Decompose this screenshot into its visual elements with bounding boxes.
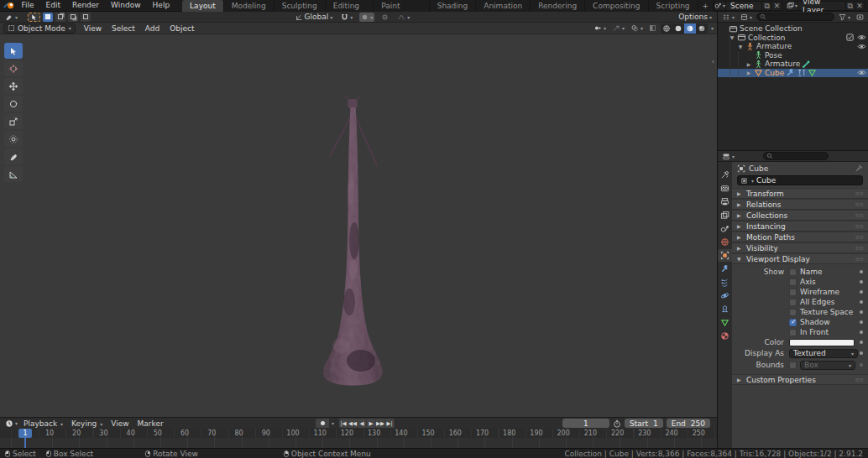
animate-dot[interactable]: [860, 310, 863, 314]
start-frame-field[interactable]: Start1: [625, 419, 663, 428]
scene-name[interactable]: Scene: [726, 2, 761, 10]
active-tool-select-box[interactable]: [28, 13, 40, 22]
animate-dot[interactable]: [860, 300, 863, 304]
auto-keying-button[interactable]: [316, 419, 329, 428]
animate-dot[interactable]: [860, 330, 863, 334]
current-frame-field[interactable]: 1: [562, 419, 609, 428]
outliner-row-scene-collection[interactable]: Scene Collection: [718, 24, 868, 34]
panel-motion-paths[interactable]: ▶Motion Paths≡≡: [732, 232, 868, 242]
shading-solid-button[interactable]: [672, 23, 684, 34]
display-as-dropdown[interactable]: Textured▾: [789, 349, 858, 358]
auto-keying-dropdown[interactable]: ▾: [332, 420, 334, 426]
timeline-tracks[interactable]: [0, 438, 717, 448]
jump-to-end-button[interactable]: ▶|: [385, 419, 395, 428]
marker-menu[interactable]: Marker: [133, 419, 168, 428]
properties-tab-physics[interactable]: [718, 289, 732, 302]
outliner-search-input[interactable]: [756, 13, 834, 21]
all-edges-checkbox[interactable]: [789, 299, 797, 306]
playhead[interactable]: 1: [18, 429, 32, 438]
viewport-menu-select[interactable]: Select: [107, 24, 140, 33]
properties-tab-render[interactable]: [718, 182, 732, 195]
viewport-menu-add[interactable]: Add: [140, 24, 165, 33]
next-keyframe-button[interactable]: ▶▶: [376, 419, 385, 428]
tab-modeling[interactable]: Modeling: [224, 0, 275, 12]
animate-dot[interactable]: [860, 290, 863, 294]
proportional-editing-button[interactable]: [379, 13, 390, 22]
menu-file[interactable]: File: [16, 0, 40, 11]
panel-visibility[interactable]: ▶Visibility≡≡: [732, 242, 868, 253]
show-object-types-dropdown[interactable]: ▾: [592, 23, 608, 33]
properties-search-input[interactable]: [763, 152, 829, 160]
animate-dot[interactable]: [860, 320, 863, 324]
viewport-3d[interactable]: ‹: [0, 34, 717, 417]
shading-dropdown[interactable]: ▾: [711, 25, 714, 31]
view-menu-timeline[interactable]: View: [107, 419, 133, 428]
panel-collections[interactable]: ▶Collections≡≡: [732, 210, 868, 221]
properties-tab-data[interactable]: [718, 316, 732, 329]
timeline-ruler[interactable]: 1 10203040506070809010011012013014015016…: [0, 429, 717, 438]
view-layer-copy-button[interactable]: ⧉: [845, 2, 855, 10]
stopwatch-icon[interactable]: [613, 419, 621, 428]
properties-tab-modifiers[interactable]: [718, 263, 732, 275]
viewport-menu-object[interactable]: Object: [165, 24, 199, 33]
outliner-editor-icon[interactable]: ▾: [720, 13, 736, 22]
tool-select-box-button[interactable]: [4, 43, 23, 59]
tool-move-button[interactable]: [4, 78, 23, 94]
menu-render[interactable]: Render: [66, 0, 105, 11]
tool-scale-button[interactable]: [4, 113, 23, 129]
select-mode-invert-button[interactable]: [81, 13, 91, 22]
bounds-dropdown[interactable]: Box▾: [800, 361, 855, 370]
timeline-editor-icon[interactable]: ▾: [3, 419, 19, 428]
drag-grip-icon[interactable]: ≡≡: [855, 190, 863, 197]
active-tool-icon[interactable]: ▾: [3, 13, 19, 22]
eye-icon[interactable]: [857, 33, 866, 42]
drag-grip-icon[interactable]: ≡≡: [855, 223, 863, 230]
properties-tab-tool[interactable]: [718, 169, 732, 181]
scene-copy-button[interactable]: ⧉: [761, 2, 771, 10]
animate-dot[interactable]: [860, 341, 863, 344]
view-layer-remove-button[interactable]: ✕: [855, 2, 864, 10]
playback-menu[interactable]: Playback ▾: [19, 419, 67, 428]
animate-dot[interactable]: [860, 351, 863, 355]
tab-uv-editing[interactable]: UV Editing: [326, 0, 374, 12]
eye-icon[interactable]: [857, 68, 866, 77]
axis-checkbox[interactable]: [789, 278, 797, 286]
drag-grip-icon[interactable]: ≡≡: [855, 234, 863, 241]
properties-tab-output[interactable]: [718, 195, 732, 208]
name-checkbox[interactable]: [789, 268, 797, 276]
outliner-row-armature[interactable]: ▼Armature: [718, 42, 868, 51]
tab-texture-paint[interactable]: Texture Paint: [374, 0, 430, 12]
drag-grip-icon[interactable]: ≡≡: [855, 245, 863, 252]
tool-cursor-button[interactable]: [4, 60, 23, 76]
tool-transform-button[interactable]: [4, 131, 23, 147]
mode-selector[interactable]: Object Mode▾: [3, 23, 76, 34]
model-creature[interactable]: [317, 94, 389, 392]
shadow-checkbox[interactable]: [789, 319, 797, 326]
outliner-row-pose[interactable]: Pose: [718, 51, 868, 60]
view-layer-selector[interactable]: ▾ View Layer ⧉ ✕: [786, 1, 865, 11]
outliner-new-collection-button[interactable]: [855, 13, 865, 22]
menu-edit[interactable]: Edit: [40, 0, 66, 11]
object-name-field[interactable]: ▾ Cube: [737, 175, 863, 185]
texture-space-checkbox[interactable]: [789, 309, 797, 316]
tab-rendering[interactable]: Rendering: [531, 0, 585, 12]
end-frame-field[interactable]: End250: [667, 419, 710, 428]
eye-icon[interactable]: [857, 42, 866, 51]
tab-compositing[interactable]: Compositing: [585, 0, 648, 12]
menu-window[interactable]: Window: [105, 0, 147, 11]
options-dropdown[interactable]: Options▾: [677, 13, 714, 22]
select-mode-new-button[interactable]: [43, 13, 53, 22]
panel-relations[interactable]: ▶Relations≡≡: [732, 199, 868, 210]
properties-tab-particles[interactable]: [718, 276, 732, 289]
scene-unlink-button[interactable]: ✕: [771, 2, 782, 10]
tab-scripting[interactable]: Scripting: [649, 0, 698, 12]
scene-selector[interactable]: ▾ Scene ⧉ ✕: [714, 1, 782, 11]
xray-toggle-button[interactable]: [647, 23, 658, 33]
expand-arrow-icon[interactable]: ▶: [745, 61, 752, 67]
prev-keyframe-button[interactable]: ◀◀: [348, 419, 358, 428]
properties-tab-constraints[interactable]: [718, 303, 732, 315]
expand-arrow-icon[interactable]: ▶: [745, 70, 752, 75]
properties-tab-material[interactable]: [718, 330, 732, 342]
color-swatch[interactable]: [789, 339, 855, 346]
tool-measure-button[interactable]: [4, 166, 23, 182]
